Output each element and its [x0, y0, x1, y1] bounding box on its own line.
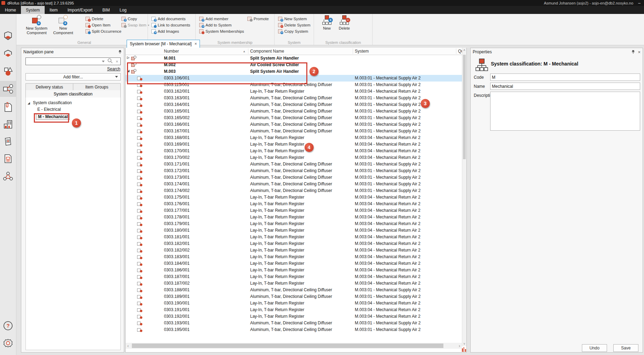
code-field[interactable] [490, 74, 640, 81]
table-row[interactable]: 0303.174/001Aluminum, T-bar, Directional… [126, 181, 462, 187]
tab-item-groups[interactable]: Item Groups [73, 83, 121, 91]
promote-button[interactable]: Promote [247, 16, 269, 22]
table-row[interactable]: 0303.180/001Lay-In, T-bar Return Registe… [126, 227, 462, 234]
table-row[interactable]: 0303.191/001Lay-In, T-bar Return Registe… [126, 307, 462, 313]
documents-icon[interactable] [0, 99, 16, 115]
properties-close-icon[interactable]: × [638, 49, 641, 55]
products-icon[interactable] [0, 133, 16, 149]
scroll-down-icon[interactable]: ˅ [462, 342, 466, 346]
table-row[interactable]: 0303.184/001Lay-In, T-bar Return Registe… [126, 260, 462, 267]
table-row[interactable]: 0303.162/001Lay-In, T-bar Return Registe… [126, 88, 462, 95]
menu-item-home[interactable]: Home [0, 6, 21, 14]
pin-icon[interactable] [118, 50, 122, 54]
table-row[interactable]: 0303.165/001Aluminum, T-bar, Directional… [126, 108, 462, 115]
table-row[interactable]: ▷M.001Split System Air Handler [126, 55, 462, 62]
nav-search-input[interactable] [26, 59, 99, 64]
classification-delete-button[interactable]: − Delete [336, 15, 352, 38]
menu-item-log[interactable]: Log [115, 6, 132, 14]
add-to-system-button[interactable]: +Add to System [199, 22, 232, 28]
table-row[interactable]: 0303.172/001Aluminum, T-bar, Directional… [126, 168, 462, 174]
delete-system-button[interactable]: −Delete System [278, 22, 310, 28]
table-row[interactable]: 0303.179/001Lay-In, T-bar Return Registe… [126, 221, 462, 227]
swap-item-button[interactable]: Swap item▾ [121, 22, 149, 28]
horizontal-scrollbar[interactable]: ‹ › [126, 343, 462, 349]
vertical-scrollbar[interactable]: ˄ ˅ [462, 48, 466, 346]
table-row[interactable]: 0303.195/001Aluminum, T-bar, Directional… [126, 326, 462, 333]
delete-button[interactable]: −Delete [85, 16, 103, 22]
table-row[interactable]: 0303.193/001Aluminum, T-bar, Directional… [126, 320, 462, 326]
room-function-icon[interactable] [0, 46, 16, 62]
table-row[interactable]: 0303.168/001Lay-In, T-bar Return Registe… [126, 134, 462, 141]
tree-expander-icon[interactable]: ◢ [28, 101, 30, 105]
add-documents-button[interactable]: +Add documents [151, 16, 186, 22]
column-header-number[interactable]: Number [164, 49, 179, 54]
tab-close-icon[interactable]: × [194, 41, 197, 46]
settings-icon[interactable] [0, 335, 16, 351]
tab-delivery-status[interactable]: Delivery status [25, 83, 73, 91]
column-header-component-name[interactable]: Component Name [250, 49, 284, 54]
scroll-up-icon[interactable]: ˄ [462, 48, 466, 52]
table-row[interactable]: 0303.188/001Aluminum, T-bar, Directional… [126, 287, 462, 293]
table-row[interactable]: 0303.183/001Lay-In, T-bar Return Registe… [126, 254, 462, 260]
search-icon[interactable] [107, 58, 113, 65]
table-row[interactable]: 0303.169/001Lay-In, T-bar Return Registe… [126, 141, 462, 148]
system-memberships-button[interactable]: System Memberships [199, 28, 244, 34]
open-item-button[interactable]: Open Item [85, 22, 111, 28]
network-icon[interactable] [0, 168, 16, 184]
menu-item-bim[interactable]: BIM [97, 6, 114, 14]
rooms-icon[interactable] [0, 28, 16, 44]
scroll-right-icon[interactable]: › [457, 344, 462, 348]
sort-ascending-icon[interactable]: ▲ [243, 50, 246, 53]
table-row[interactable]: 0303.167/001Aluminum, T-bar, Directional… [126, 128, 462, 134]
table-row[interactable]: 0303.192/001Lay-In, T-bar Return Registe… [126, 313, 462, 320]
table-row[interactable]: 0303.170/001Lay-In, T-bar Return Registe… [126, 148, 462, 154]
system-browser-tab[interactable]: System browser [M - Mechanical] × [127, 40, 200, 48]
table-row[interactable]: 0303.182/002Lay-In, T-bar Return Registe… [126, 247, 462, 254]
scroll-left-icon[interactable]: ‹ [126, 344, 130, 348]
search-link[interactable]: Search [107, 67, 120, 71]
classification-new-button[interactable]: + New [319, 15, 335, 38]
tree-node-system-classification[interactable]: ◢ System classification [28, 100, 72, 105]
table-row[interactable]: 0303.174/002Aluminum, T-bar, Directional… [126, 187, 462, 194]
table-row[interactable]: 0303.175/001Lay-In, T-bar Return Registe… [126, 194, 462, 201]
help-icon[interactable]: ? [0, 318, 16, 334]
new-system-button[interactable]: +New System [278, 16, 307, 22]
table-row[interactable]: 0303.178/001Lay-In, T-bar Return Registe… [126, 214, 462, 221]
properties-pin-icon[interactable] [631, 50, 635, 54]
undo-button[interactable]: Undo [582, 344, 607, 352]
table-row[interactable]: 0303.182/001Lay-In, T-bar Return Registe… [126, 240, 462, 247]
buildings-icon[interactable] [0, 116, 16, 132]
items-icon[interactable] [0, 63, 16, 79]
menu-item-import-export[interactable]: Import/Export [62, 6, 97, 14]
table-row[interactable]: 0303.173/001Aluminum, T-bar, Directional… [126, 174, 462, 181]
table-row[interactable]: 0303.164/001Aluminum, T-bar, Directional… [126, 101, 462, 108]
table-row[interactable]: 0303.187/002Lay-In, T-bar Return Registe… [126, 280, 462, 287]
copy-button[interactable]: +Copy [121, 16, 137, 22]
description-field[interactable] [490, 92, 640, 131]
name-field[interactable] [490, 83, 640, 90]
split-occurrence-button[interactable]: Split Occurrence [85, 28, 121, 34]
tree-node-electrical[interactable]: E - Electrical [37, 107, 61, 112]
add-filter-button[interactable]: Add filter... [25, 73, 121, 80]
reports-icon[interactable] [0, 151, 16, 167]
new-component-button[interactable]: + New Component [52, 15, 75, 38]
table-row[interactable]: 0303.190/001Lay-In, T-bar Return Registe… [126, 300, 462, 307]
table-row[interactable]: 0303.171/001Aluminum, T-bar, Directional… [126, 161, 462, 168]
table-row[interactable]: 0303.176/001Lay-In, T-bar Return Registe… [126, 201, 462, 207]
horizontal-scroll-thumb[interactable] [132, 344, 443, 348]
vertical-scroll-thumb[interactable] [463, 55, 466, 159]
table-row[interactable]: 0303.189/001Aluminum, T-bar, Directional… [126, 293, 462, 300]
add-images-button[interactable]: +Add Images [151, 28, 179, 34]
copy-system-button[interactable]: +Copy System [278, 28, 308, 34]
table-row[interactable]: 0303.163/001Aluminum, T-bar, Directional… [126, 95, 462, 101]
minimize-button[interactable]: – [638, 1, 641, 6]
new-system-component-button[interactable]: + New System Component [23, 15, 50, 38]
save-button[interactable]: Save [613, 344, 638, 352]
table-row[interactable]: 0303.186/001Lay-In, T-bar Return Registe… [126, 267, 462, 273]
menu-item-system[interactable]: System [21, 6, 45, 14]
row-expander-collapsed-icon[interactable]: ▷ [127, 56, 129, 59]
table-row[interactable]: 0303.181/001Lay-In, T-bar Return Registe… [126, 234, 462, 240]
table-row[interactable]: 0303.166/001Aluminum, T-bar, Directional… [126, 121, 462, 128]
menu-item-item[interactable]: Item [45, 6, 62, 14]
expand-rail-icon[interactable]: » [0, 353, 16, 355]
